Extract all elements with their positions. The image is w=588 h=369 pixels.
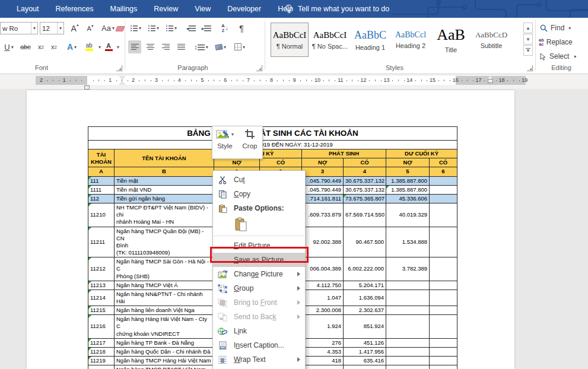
- left-indent-box[interactable]: [84, 85, 90, 90]
- show-hide-pilcrow-button[interactable]: ¶: [235, 21, 248, 35]
- cell-amount: 635.416: [344, 357, 386, 365]
- style-normal[interactable]: AaBbCcI¶ Normal: [271, 23, 309, 57]
- cell-account-name: Ngân hàng TMCP ĐT&PT Việt Nam (B: [115, 365, 214, 369]
- multilevel-list-button[interactable]: ▾: [164, 21, 179, 35]
- text-effects-button[interactable]: A▾: [64, 40, 80, 53]
- cell-amount: 30.675.337.132: [344, 185, 386, 194]
- menu-item-insert-caption[interactable]: Insert Caption...: [213, 338, 305, 352]
- tab-review[interactable]: Review: [145, 0, 186, 18]
- font-color-button[interactable]: A: [102, 40, 115, 53]
- grow-font-button[interactable]: A▴: [68, 21, 82, 35]
- ruler-tick: [427, 80, 427, 81]
- align-center-button[interactable]: [144, 40, 157, 53]
- menu-item-copy[interactable]: Copy: [213, 187, 305, 201]
- cell-account-code: 112: [88, 194, 115, 203]
- chevron-down-icon[interactable]: ▾: [31, 23, 36, 34]
- ruler-number: 2: [132, 77, 135, 83]
- justify-button[interactable]: [174, 40, 187, 53]
- highlight-color-button[interactable]: ab: [82, 40, 96, 53]
- cell-amount: [386, 290, 430, 306]
- header-index: 3: [302, 167, 344, 176]
- shading-button[interactable]: ▾: [212, 40, 229, 53]
- ruler-tick: [306, 79, 307, 81]
- font-dialog-launcher[interactable]: [116, 65, 122, 71]
- numbering-button[interactable]: ▾: [146, 21, 161, 35]
- bullets-button[interactable]: ▾: [128, 21, 144, 35]
- chevron-down-icon[interactable]: ▾: [57, 23, 62, 34]
- clear-formatting-button[interactable]: [114, 23, 126, 34]
- style-title[interactable]: AaBTitle: [432, 23, 470, 57]
- strikethrough-button[interactable]: abc: [18, 40, 33, 53]
- right-indent-marker[interactable]: [488, 79, 493, 83]
- ruler-tick: [404, 80, 405, 81]
- ruler-number: 4: [178, 77, 181, 83]
- menu-item-wrap-text[interactable]: Wrap Text: [213, 352, 305, 367]
- tab-developer[interactable]: Developer: [219, 0, 269, 18]
- font-group-label: Font: [24, 64, 59, 71]
- tab-layout[interactable]: Layout: [8, 0, 47, 18]
- menu-item-label: Change Picture: [234, 270, 283, 278]
- style-no-spac[interactable]: AaBbCcI¶ No Spac...: [311, 23, 349, 57]
- ruler-tick: [168, 79, 169, 81]
- replace-button[interactable]: abac Replace: [539, 37, 573, 47]
- cell-account-code: 11213: [88, 281, 115, 290]
- shrink-font-button[interactable]: A▾: [83, 21, 97, 35]
- font-color-dropdown[interactable]: ▾: [115, 40, 122, 53]
- align-center-icon: [147, 44, 154, 50]
- subscript-button[interactable]: x2: [34, 40, 47, 53]
- styles-more-button[interactable]: ▼: [523, 45, 533, 56]
- font-size-combobox[interactable]: 12▾: [40, 22, 64, 34]
- ruler-tick: [231, 80, 232, 81]
- header-index: B: [115, 167, 214, 176]
- ruler-tick: [375, 79, 376, 81]
- header-index: 5: [386, 167, 430, 176]
- style-heading-1[interactable]: AaBbCHeading 1: [351, 23, 389, 57]
- increase-indent-button[interactable]: ▸: [199, 21, 214, 35]
- cell-account-name: Ngân hàng TMCP Việt Á: [115, 281, 214, 290]
- style-subtitle[interactable]: AaBbCcDSubtitle: [472, 23, 510, 57]
- line-spacing-button[interactable]: ↕▾: [192, 40, 210, 53]
- paragraph-dialog-launcher[interactable]: [256, 65, 262, 71]
- style-label: Heading 1: [355, 44, 385, 51]
- styles-scroll-up-button[interactable]: ▲: [523, 23, 533, 33]
- styles-dialog-launcher[interactable]: [527, 65, 533, 71]
- submenu-arrow-icon: [297, 314, 300, 319]
- style-heading-2[interactable]: AaBbCclHeading 2: [392, 23, 430, 57]
- select-button[interactable]: Select▾: [540, 51, 576, 62]
- cell-amount: [386, 357, 430, 365]
- find-button[interactable]: Find▾: [540, 23, 571, 33]
- sort-button[interactable]: AZ↓: [217, 21, 233, 35]
- paste-option-keep-formatting[interactable]: [213, 215, 305, 233]
- tell-me-box[interactable]: Tell me what you want to do: [285, 0, 389, 18]
- styles-scroll-down-button[interactable]: ▼: [523, 34, 533, 44]
- menu-item-group[interactable]: Group: [213, 281, 305, 295]
- ruler-tick: [254, 80, 255, 81]
- style-label: Style: [217, 142, 233, 149]
- menu-item-bring-to-front[interactable]: Bring to Front: [213, 295, 305, 310]
- tab-view[interactable]: View: [186, 0, 219, 18]
- font-name-combobox[interactable]: w Ro▾: [0, 22, 38, 34]
- align-right-button[interactable]: [159, 40, 172, 53]
- borders-button[interactable]: ▾: [231, 40, 248, 53]
- menu-item-change-picture[interactable]: Change Picture: [213, 267, 305, 281]
- menu-item-send-to-back[interactable]: Send to Back: [213, 310, 305, 324]
- menu-item-link[interactable]: Link: [213, 324, 305, 338]
- cell-amount: 418: [302, 357, 344, 365]
- cell-account-name: Ngân hàng Hàng Hải Việt Nam - Cty C chứn…: [115, 315, 214, 338]
- underline-button[interactable]: U▾: [1, 40, 17, 53]
- tab-references[interactable]: References: [47, 0, 102, 18]
- superscript-button[interactable]: x2: [47, 40, 61, 53]
- cell-amount: 2.300.008: [302, 306, 344, 315]
- crop-button[interactable]: Crop: [239, 129, 260, 158]
- picture-style-button[interactable]: ▾ Style: [214, 129, 236, 158]
- menu-item-cut[interactable]: Cut: [213, 173, 305, 187]
- ruler-tick: [513, 79, 514, 81]
- style-label: ¶ No Spac...: [312, 43, 348, 50]
- decrease-indent-button[interactable]: ◂: [184, 21, 198, 35]
- word-window: { "titlebar": { "tabs": ["Layout", "Refe…: [0, 0, 588, 369]
- horizontal-ruler[interactable]: 2112345678910111213141516171819: [36, 76, 526, 85]
- indent-marker[interactable]: [119, 76, 126, 85]
- tab-mailings[interactable]: Mailings: [101, 0, 145, 18]
- ruler-tick: [98, 79, 99, 81]
- align-left-button[interactable]: [128, 40, 141, 53]
